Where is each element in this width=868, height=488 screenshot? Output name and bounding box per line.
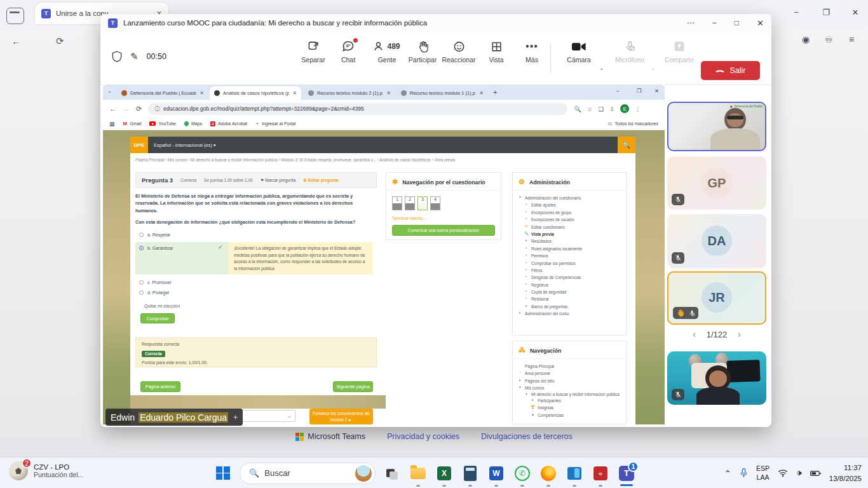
excel-button[interactable]: X: [435, 464, 454, 483]
chrome-tab-recurso2[interactable]: Recurso teórico módulo 2 (1).p✕: [304, 86, 395, 100]
microsoft-teams-link[interactable]: Microsoft Teams: [295, 432, 365, 441]
next-page-button[interactable]: Siguiente página: [333, 381, 373, 392]
bg-close-button[interactable]: ✕: [849, 8, 862, 17]
admin-item[interactable]: ▪Comprobar los permisos: [518, 260, 621, 267]
word-button[interactable]: W: [487, 464, 506, 483]
news-widget[interactable]: 2 CZV - LPO Puntuación del...: [9, 461, 83, 480]
language-indicator[interactable]: ESPLAA: [756, 464, 770, 481]
admin-item[interactable]: ▸Banco de preguntas: [518, 303, 621, 310]
participant-tile-gp[interactable]: GP: [667, 156, 766, 210]
participant-tile-jr-hand-raised[interactable]: JR: [667, 271, 766, 325]
close-tab-icon[interactable]: ✕: [200, 90, 204, 96]
question-1-link[interactable]: 1: [392, 196, 402, 210]
admin-item-current[interactable]: 🔍Vista previa: [518, 231, 621, 238]
forward-icon[interactable]: →: [123, 105, 130, 112]
question-2-link[interactable]: 2: [405, 196, 415, 210]
profile-avatar[interactable]: E: [620, 104, 629, 113]
finish-attempt-link[interactable]: Terminar intento...: [386, 212, 501, 220]
firefox-button[interactable]: [539, 464, 558, 483]
volume-icon[interactable]: 🕩: [796, 468, 802, 478]
site-info-icon[interactable]: ⓘ: [154, 105, 159, 112]
phone-link-button[interactable]: [565, 464, 584, 483]
admin-item[interactable]: ▪Copia de seguridad: [518, 288, 621, 295]
privacy-link[interactable]: Privacidad y cookies: [387, 432, 459, 441]
nav-item[interactable]: 🏆Insignias: [518, 404, 621, 411]
admin-item[interactable]: ▪Editar ajustes: [518, 201, 621, 208]
bookmark-star-icon[interactable]: ☆: [587, 105, 593, 112]
disclosures-link[interactable]: Divulgaciones de terceros: [481, 432, 573, 441]
mic-button[interactable]: Micrófono: [613, 38, 647, 64]
bookmark-maps[interactable]: Maps: [184, 121, 202, 126]
chrome-tab-defensoria[interactable]: Defensoría del Pueblo | Ecuado✕: [117, 86, 208, 100]
new-preview-button[interactable]: Comenzar una nueva previsualización: [392, 225, 495, 236]
battery-icon[interactable]: [810, 470, 821, 477]
close-tab-icon[interactable]: ✕: [386, 90, 391, 96]
more-button[interactable]: ••• Más: [515, 38, 549, 64]
admin-item[interactable]: ▪Excepciones de grupo: [518, 209, 621, 216]
taskbar-search[interactable]: 🔍 Buscar: [240, 463, 376, 484]
back-icon[interactable]: ←: [109, 105, 116, 112]
bg-reload-icon[interactable]: ⟳: [56, 36, 64, 47]
camera-options-chevron-icon[interactable]: ⌄: [599, 65, 604, 71]
chrome-restore-icon[interactable]: ❐: [637, 88, 642, 94]
admin-item[interactable]: ▸Administración del curso: [518, 310, 621, 317]
admin-item[interactable]: ▪Filtros: [518, 267, 621, 274]
admin-item[interactable]: ▪Restaurar: [518, 295, 621, 302]
edit-question-link[interactable]: ⚙ Editar pregunta: [303, 178, 339, 183]
side-panel-icon[interactable]: ❏: [599, 105, 604, 112]
close-tab-icon[interactable]: ✕: [479, 90, 484, 96]
apps-grid-icon[interactable]: ▦: [109, 121, 115, 127]
window-maximize-button[interactable]: □: [735, 18, 739, 27]
option-a[interactable]: a. Respetar: [139, 233, 170, 237]
question-4-link[interactable]: 4: [430, 196, 440, 210]
bg-restore-button[interactable]: ❐: [820, 8, 832, 17]
reload-icon[interactable]: ⟳: [136, 105, 142, 113]
nav-item[interactable]: ▸Participantes: [518, 397, 621, 404]
radio-icon[interactable]: [139, 280, 144, 285]
previous-page-button[interactable]: Página anterior: [140, 381, 180, 392]
task-view-button[interactable]: [383, 464, 402, 483]
admin-item[interactable]: ▪Roles asignados localmente: [518, 245, 621, 252]
clock[interactable]: 11:3713/8/2025: [829, 463, 862, 483]
chrome-tab-recurso1[interactable]: Recurso teórico módulo 1 (1).p✕: [397, 86, 488, 100]
workspaces-icon[interactable]: [6, 8, 24, 24]
profile-icon[interactable]: ◉: [802, 34, 810, 44]
nav-item[interactable]: ◔Área personal: [518, 370, 621, 377]
address-bar[interactable]: ⓘ educacion.dpe.gob.ec/mod/quiz/attempt.…: [148, 103, 567, 115]
bookmark-gmail[interactable]: MGmail: [123, 121, 142, 126]
participant-tile-da[interactable]: DA: [667, 214, 766, 268]
self-video-tile[interactable]: [667, 351, 766, 405]
new-tab-icon[interactable]: +: [493, 88, 497, 96]
language-menu[interactable]: Español - Internacional (es) ▾: [154, 142, 216, 148]
start-button[interactable]: [214, 464, 233, 483]
bg-back-icon[interactable]: ←: [11, 36, 21, 46]
extensions-icon[interactable]: ♾: [825, 34, 833, 44]
chat-button[interactable]: Chat: [331, 38, 365, 64]
acrobat-button[interactable]: ⌔: [591, 464, 610, 483]
radio-icon[interactable]: [139, 233, 144, 237]
react-button[interactable]: Reaccionar: [442, 38, 476, 64]
camera-button[interactable]: Cámara: [562, 38, 596, 64]
bookmark-youtube[interactable]: YouTube: [149, 121, 176, 126]
file-explorer-button[interactable]: [409, 464, 428, 483]
chrome-minimize-icon[interactable]: −: [616, 88, 620, 94]
window-minimize-button[interactable]: −: [712, 18, 717, 27]
admin-item[interactable]: ▪Excepciones de usuario: [518, 216, 621, 223]
breadcrumb[interactable]: Página Principal › Mis cursos › Mi derec…: [135, 158, 631, 162]
more-window-options-icon[interactable]: ⋯: [687, 18, 695, 27]
admin-item[interactable]: ▪Permisos: [518, 252, 621, 259]
share-button[interactable]: Comparte: [662, 38, 696, 64]
option-b[interactable]: b. Garantizar: [139, 246, 173, 250]
option-d[interactable]: d. Proteger: [139, 290, 170, 295]
plus-icon[interactable]: +: [233, 413, 238, 422]
tray-chevron-icon[interactable]: ⌃: [724, 468, 731, 478]
chrome-menu-icon[interactable]: ⋮: [635, 105, 641, 112]
calculator-button[interactable]: [461, 464, 480, 483]
admin-item[interactable]: ▾Administración del cuestionario: [518, 194, 621, 201]
people-button[interactable]: 489 Gente: [367, 38, 407, 64]
nav-item[interactable]: ▾Mis cursos: [518, 384, 621, 391]
chrome-tab-quiz-active[interactable]: Análisis de casos hipotéticos (p✕: [210, 86, 301, 100]
raise-hand-button[interactable]: Participar: [405, 38, 440, 64]
search-highlight-image[interactable]: [355, 465, 372, 482]
radio-selected-icon[interactable]: [139, 246, 144, 250]
